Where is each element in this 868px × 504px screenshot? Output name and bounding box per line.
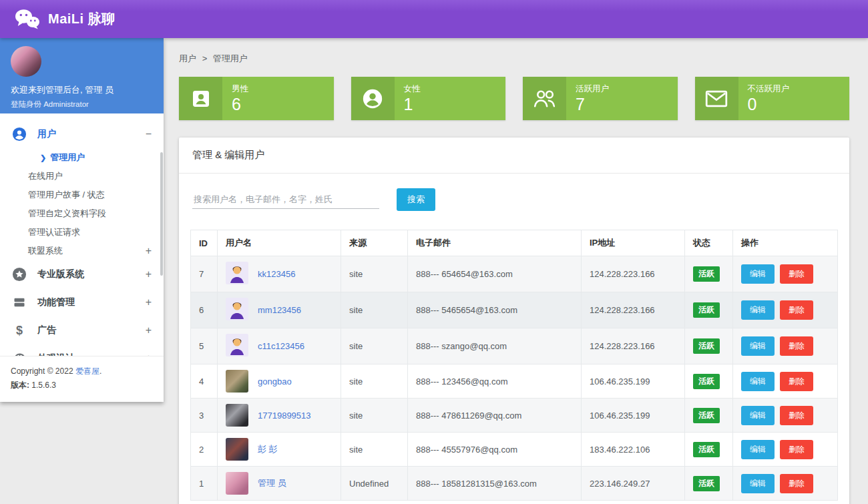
breadcrumb: 用户 > 管理用户 (179, 53, 849, 65)
plus-icon[interactable]: + (146, 353, 152, 356)
delete-button[interactable]: 删除 (780, 372, 813, 391)
cell-username: kk123456 (218, 256, 341, 292)
cell-source: Undefined (341, 467, 408, 501)
cell-ip: 106.46.235.199 (582, 364, 685, 399)
stat-card-text: 不活跃用户0 (738, 77, 790, 120)
mail-icon (695, 77, 738, 120)
sidebar-item-appearance-design[interactable]: 外观设计+ (0, 344, 164, 356)
column-header: IP地址 (582, 230, 685, 256)
cell-id: 3 (191, 399, 218, 433)
cell-status: 活跃 (685, 328, 733, 364)
table-row: 2彭 彭site888--- 45557976@qq.com183.46.222… (191, 433, 838, 467)
status-badge: 活跃 (693, 338, 720, 354)
status-badge: 活跃 (693, 476, 720, 491)
cartoon-male-avatar (226, 334, 258, 358)
cartoon-male-avatar (226, 262, 258, 286)
copyright-period: . (99, 366, 101, 376)
cell-ip: 183.46.222.106 (582, 433, 685, 467)
version-line: 版本: 1.5.6.3 (11, 379, 153, 393)
copyright-text: Copyright © 2022 (11, 366, 75, 376)
cell-actions: 编辑删除 (733, 292, 838, 328)
people-icon (523, 77, 566, 120)
cell-ip: 223.146.249.27 (582, 467, 685, 501)
sidebar-item-ads[interactable]: $广告+ (0, 316, 164, 344)
username-link[interactable]: 彭 彭 (258, 443, 278, 455)
dollar-icon: $ (12, 323, 27, 338)
column-header: 状态 (685, 230, 733, 256)
table-row: 6mm123456site888--- 5465654@163.com124.2… (191, 292, 838, 328)
cell-username: mm123456 (218, 292, 341, 328)
cell-username: 彭 彭 (218, 433, 341, 467)
admin-avatar (11, 46, 41, 77)
sidebar-subitem-affiliates-system[interactable]: 联盟系统+ (0, 242, 164, 260)
edit-button[interactable]: 编辑 (741, 474, 775, 493)
manage-users-panel: 管理 & 编辑用户 搜索 ID用户名来源电子邮件IP地址状态操作 7kk1234… (179, 138, 849, 504)
cell-username: 17719899513 (218, 399, 341, 433)
status-badge: 活跃 (693, 408, 720, 423)
stat-card-text: 女性1 (395, 77, 421, 120)
cell-id: 2 (191, 433, 218, 467)
column-header: ID (191, 230, 218, 256)
sidebar-nav: 用户−❯管理用户在线用户管理用户故事 / 状态管理自定义资料字段管理认证请求联盟… (0, 113, 164, 356)
cell-ip: 124.228.223.166 (582, 256, 685, 292)
sidebar-subitem-label: 在线用户 (28, 170, 63, 182)
search-button[interactable]: 搜索 (397, 188, 435, 211)
edit-button[interactable]: 编辑 (741, 406, 775, 425)
username-link[interactable]: gongbao (258, 376, 292, 387)
cell-ip: 124.228.223.166 (582, 328, 685, 364)
sidebar-subitem-label: 管理用户 (50, 152, 85, 164)
sidebar-item-pro-system[interactable]: 专业版系统+ (0, 260, 164, 288)
users-table-wrap: ID用户名来源电子邮件IP地址状态操作 7kk123456site888--- … (190, 230, 838, 501)
minus-icon[interactable]: − (146, 129, 152, 140)
sidebar-scrollbar[interactable] (160, 152, 163, 276)
edit-button[interactable]: 编辑 (741, 264, 775, 284)
sidebar-subitem-manage-user-stories[interactable]: 管理用户故事 / 状态 (0, 186, 164, 204)
cell-email: 888--- szango@qq.com (408, 328, 582, 364)
breadcrumb-current[interactable]: 管理用户 (213, 53, 248, 63)
username-link[interactable]: 管理 员 (258, 477, 286, 489)
sidebar-subitem-online-users[interactable]: 在线用户 (0, 167, 164, 186)
cell-id: 7 (191, 256, 218, 292)
cell-status: 活跃 (685, 433, 733, 467)
sidebar-subitem-manage-custom-profile-fields[interactable]: 管理自定义资料字段 (0, 204, 164, 223)
breadcrumb-parent[interactable]: 用户 (179, 53, 196, 63)
delete-button[interactable]: 删除 (780, 300, 813, 320)
cell-status: 活跃 (685, 256, 733, 292)
stat-card-female: 女性1 (351, 77, 506, 120)
table-row: 4gongbaosite888--- 123456@qq.com106.46.2… (191, 364, 838, 399)
delete-button[interactable]: 删除 (780, 406, 813, 425)
edit-button[interactable]: 编辑 (741, 372, 775, 391)
edit-button[interactable]: 编辑 (741, 336, 775, 356)
cell-id: 6 (191, 292, 218, 328)
plus-icon[interactable]: + (146, 297, 152, 308)
welcome-text: 欢迎来到管理后台, 管理 员 (11, 84, 153, 96)
stat-label: 女性 (404, 83, 421, 95)
delete-button[interactable]: 删除 (780, 336, 813, 356)
search-input[interactable] (192, 190, 379, 209)
username-link[interactable]: 17719899513 (258, 411, 311, 421)
delete-button[interactable]: 删除 (780, 474, 813, 493)
username-link[interactable]: mm123456 (258, 305, 301, 315)
sidebar-item-label: 专业版系统 (37, 268, 146, 280)
edit-button[interactable]: 编辑 (741, 300, 775, 320)
plus-icon[interactable]: + (146, 269, 152, 280)
top-header: MaiLi 脉聊 (0, 0, 868, 38)
username-link[interactable]: c11c123456 (258, 341, 304, 351)
sidebar-item-users[interactable]: 用户− (0, 120, 164, 148)
edit-button[interactable]: 编辑 (741, 440, 775, 459)
login-identity-text: 登陆身份 Administrator (11, 99, 153, 109)
app-title: MaiLi 脉聊 (48, 10, 116, 28)
copyright-link[interactable]: 爱喜屋 (75, 366, 99, 376)
sidebar-subitem-manage-verification-requests[interactable]: 管理认证请求 (0, 223, 164, 242)
column-header: 操作 (733, 230, 838, 256)
delete-button[interactable]: 删除 (780, 440, 813, 459)
plus-icon[interactable]: + (146, 246, 152, 256)
sidebar-item-feature-management[interactable]: 功能管理+ (0, 288, 164, 316)
sidebar-subitem-label: 管理自定义资料字段 (28, 208, 106, 220)
delete-button[interactable]: 删除 (780, 264, 813, 284)
column-header: 用户名 (218, 230, 341, 256)
sidebar-subitem-manage-users[interactable]: ❯管理用户 (0, 148, 164, 167)
plus-icon[interactable]: + (146, 325, 152, 336)
table-header-row: ID用户名来源电子邮件IP地址状态操作 (191, 230, 838, 256)
username-link[interactable]: kk123456 (258, 269, 295, 279)
